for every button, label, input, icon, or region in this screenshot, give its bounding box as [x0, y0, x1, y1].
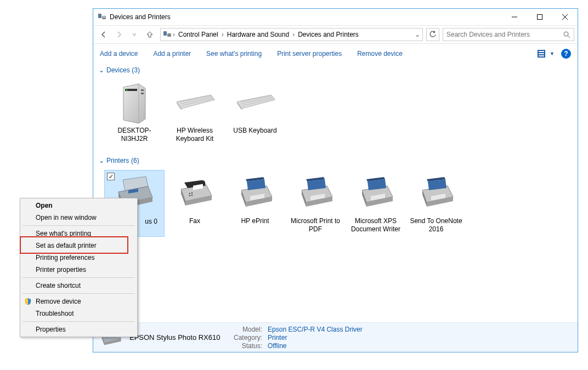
breadcrumb-devices-printers[interactable]: Devices and Printers: [296, 30, 361, 39]
printer-label: HP ePrint: [228, 217, 282, 225]
printer-ms-xps[interactable]: Microsoft XPS Document Writer: [346, 170, 406, 237]
svg-rect-7: [163, 31, 167, 36]
chevron-down-icon: ⌄: [99, 157, 104, 164]
cmd-add-printer[interactable]: Add a printer: [153, 50, 191, 58]
printer-icon: [293, 173, 337, 216]
menu-separator: [22, 293, 135, 294]
ctx-set-default[interactable]: Set as default printer: [21, 240, 136, 252]
devices-items: DESKTOP-NI3HJ2R HP Wireless Keyboard Kit…: [93, 76, 578, 154]
refresh-button[interactable]: [426, 28, 439, 41]
device-hp-keyboard[interactable]: HP Wireless Keyboard Kit: [165, 79, 225, 146]
printer-icon: [354, 173, 398, 216]
printers-items: ✓ us 0 Fax HP ePrint: [93, 167, 578, 244]
details-category-value: Printer: [268, 334, 363, 341]
content-area: ⌄ Devices (3) DESKTOP-NI3HJ2R HP Wireles…: [93, 64, 578, 322]
ctx-remove-device-label: Remove device: [36, 298, 81, 305]
details-category-label: Category:: [234, 334, 262, 341]
ctx-printer-properties[interactable]: Printer properties: [21, 264, 136, 276]
devices-printers-small-icon: [163, 30, 172, 39]
breadcrumb-hardware-sound[interactable]: Hardware and Sound: [225, 30, 291, 39]
help-button[interactable]: ?: [561, 49, 571, 59]
cmd-remove-device[interactable]: Remove device: [357, 50, 403, 58]
printer-onenote[interactable]: Send To OneNote 2016: [406, 170, 466, 237]
svg-rect-2: [103, 16, 105, 18]
printer-fax[interactable]: Fax: [165, 170, 225, 237]
nav-back-button[interactable]: [97, 27, 111, 42]
dropdown-caret-icon: ▼: [550, 51, 555, 56]
menu-separator: [22, 277, 135, 278]
device-label: DESKTOP-NI3HJ2R: [108, 127, 161, 143]
svg-point-29: [189, 195, 191, 197]
devices-printers-window: Devices and Printers › Control Panel › H…: [93, 8, 578, 352]
printer-label: Send To OneNote 2016: [409, 217, 463, 234]
view-options-button[interactable]: ▼: [538, 50, 555, 58]
printer-label: Microsoft Print to PDF: [289, 217, 342, 234]
device-label: USB Keyboard: [228, 127, 282, 135]
titlebar: Devices and Printers: [93, 9, 578, 25]
printer-label: Fax: [168, 217, 222, 225]
svg-rect-0: [98, 14, 101, 18]
search-input[interactable]: [446, 31, 563, 38]
details-pane: EPSON Stylus Photo RX610 Model: Epson ES…: [93, 322, 578, 352]
svg-point-28: [191, 192, 193, 194]
details-grid: Model: Epson ESC/P-R V4 Class Driver Cat…: [234, 326, 363, 350]
address-dropdown-icon[interactable]: ⌄: [415, 31, 420, 38]
minimize-button[interactable]: [502, 9, 527, 25]
svg-rect-8: [167, 33, 171, 37]
device-desktop[interactable]: DESKTOP-NI3HJ2R: [104, 79, 165, 146]
device-label: HP Wireless Keyboard Kit: [168, 127, 222, 143]
cmd-see-printing[interactable]: See what's printing: [206, 50, 262, 58]
menu-separator: [22, 225, 135, 226]
search-box[interactable]: [443, 28, 574, 41]
command-bar: Add a device Add a printer See what's pr…: [93, 44, 578, 64]
breadcrumb-sep-icon: ›: [222, 31, 224, 38]
search-icon[interactable]: [563, 31, 570, 38]
details-name: EPSON Stylus Photo RX610: [129, 333, 223, 341]
svg-point-27: [189, 193, 191, 195]
maximize-button[interactable]: [527, 9, 552, 25]
svg-rect-12: [539, 51, 544, 52]
desktop-tower-icon: [112, 83, 156, 126]
ctx-open[interactable]: Open: [21, 200, 136, 212]
printer-hp-eprint[interactable]: HP ePrint: [225, 170, 285, 237]
nav-forward-button[interactable]: [112, 27, 126, 42]
breadcrumb-sep-icon: ›: [173, 31, 175, 38]
selected-checkbox-icon[interactable]: ✓: [107, 173, 115, 180]
printer-context-menu: Open Open in new window See what's print…: [20, 198, 138, 337]
printers-section-label: Printers: [106, 157, 129, 164]
svg-rect-18: [141, 93, 144, 94]
svg-rect-4: [538, 15, 542, 20]
navbar: › Control Panel › Hardware and Sound › D…: [93, 25, 578, 44]
ctx-see-printing[interactable]: See what's printing: [21, 227, 136, 240]
device-usb-keyboard[interactable]: USB Keyboard: [225, 79, 285, 146]
nav-recent-button[interactable]: [127, 27, 142, 42]
ctx-create-shortcut[interactable]: Create shortcut: [21, 280, 136, 292]
svg-rect-13: [539, 53, 544, 54]
cmd-server-props[interactable]: Print server properties: [277, 50, 342, 58]
devices-section-label: Devices: [106, 66, 130, 74]
printer-label: Microsoft XPS Document Writer: [349, 217, 403, 234]
svg-line-10: [568, 36, 570, 38]
devices-section-header[interactable]: ⌄ Devices (3): [93, 64, 578, 76]
nav-up-button[interactable]: [143, 27, 157, 42]
devices-section-count: (3): [132, 66, 140, 74]
close-button[interactable]: [552, 9, 578, 25]
window-title: Devices and Printers: [110, 13, 502, 21]
printers-section-header[interactable]: ⌄ Printers (6): [93, 154, 578, 167]
menu-separator: [22, 321, 135, 322]
devices-printers-icon: [98, 13, 106, 21]
breadcrumb-control-panel[interactable]: Control Panel: [176, 30, 220, 39]
ctx-open-new-window[interactable]: Open in new window: [21, 212, 136, 224]
details-status-label: Status:: [234, 342, 262, 350]
ctx-printing-preferences[interactable]: Printing preferences: [21, 252, 136, 264]
ctx-properties[interactable]: Properties: [21, 323, 136, 335]
keyboard-icon: [233, 83, 277, 126]
details-model-value: Epson ESC/P-R V4 Class Driver: [268, 326, 363, 333]
details-model-label: Model:: [234, 326, 262, 333]
printer-ms-pdf[interactable]: Microsoft Print to PDF: [285, 170, 346, 237]
ctx-remove-device[interactable]: Remove device: [21, 295, 136, 308]
cmd-add-device[interactable]: Add a device: [100, 50, 138, 58]
address-bar[interactable]: › Control Panel › Hardware and Sound › D…: [160, 28, 423, 41]
svg-rect-14: [539, 55, 544, 56]
ctx-troubleshoot[interactable]: Troubleshoot: [21, 308, 136, 320]
